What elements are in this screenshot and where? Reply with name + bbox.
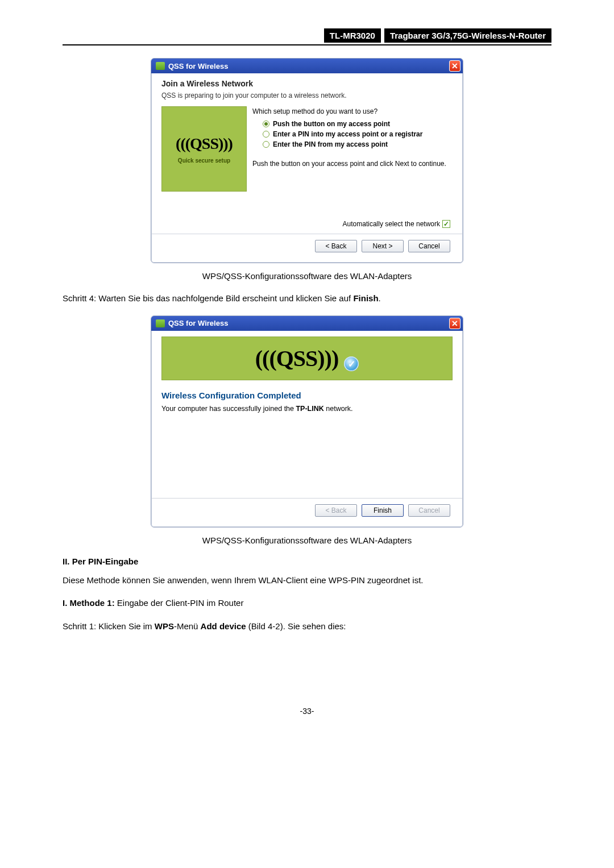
- figure-caption-2: WPS/QSS-Konfigurationssoftware des WLAN-…: [63, 535, 551, 545]
- section-2-heading: II. Per PIN-Eingabe: [63, 556, 551, 566]
- step-1-text: Schritt 1: Klicken Sie im WPS-Menü Add d…: [63, 620, 551, 633]
- app-icon: [156, 319, 165, 327]
- setup-hint: Push the button on your access point and…: [252, 160, 453, 168]
- finish-button[interactable]: Finish: [362, 504, 404, 517]
- radio-selected-icon: [263, 121, 269, 127]
- dialog-title: QSS for Wireless: [168, 62, 228, 70]
- method-1-line: I. Methode 1: Eingabe der Client-PIN im …: [63, 597, 551, 610]
- qss-dialog-2: QSS for Wireless ✕ (((QSS))) ✓ Wireless …: [151, 315, 463, 528]
- figure-caption-1: WPS/QSS-Konfigurationssoftware des WLAN-…: [63, 271, 551, 281]
- cancel-button: Cancel: [408, 504, 450, 517]
- option-enter-pin-from-ap[interactable]: Enter the PIN from my access point: [263, 140, 453, 148]
- app-icon: [156, 62, 165, 70]
- radio-empty-icon: [263, 131, 269, 138]
- step-4-text: Schritt 4: Warten Sie bis das nachfolgen…: [63, 292, 551, 305]
- pin-paragraph: Diese Methode können Sie anwenden, wenn …: [63, 574, 551, 587]
- model-box: TL-MR3020: [324, 28, 381, 43]
- close-icon[interactable]: ✕: [449, 318, 460, 329]
- dialog-heading: Join a Wireless Network: [161, 79, 453, 88]
- qss-logo: (((QSS))): [176, 135, 233, 153]
- close-icon[interactable]: ✕: [449, 60, 460, 72]
- back-button[interactable]: < Back: [315, 240, 357, 252]
- auto-select-row[interactable]: Automatically select the network ✓: [161, 220, 450, 228]
- option-push-button[interactable]: Push the button on my access point: [263, 120, 453, 128]
- radio-empty-icon: [263, 141, 269, 148]
- back-button: < Back: [315, 504, 357, 517]
- qss-brand-panel: (((QSS))) Quick secure setup: [161, 106, 247, 192]
- divider: [151, 498, 463, 499]
- success-heading: Wireless Configuration Completed: [161, 391, 453, 400]
- qss-logo: (((QSS))): [255, 345, 339, 372]
- doc-header: TL-MR3020 Tragbarer 3G/3,75G-Wireless-N-…: [63, 28, 551, 43]
- qss-logo-caption: Quick secure setup: [178, 157, 230, 164]
- name-box: Tragbarer 3G/3,75G-Wireless-N-Router: [384, 28, 551, 43]
- dialog-title: QSS for Wireless: [168, 319, 228, 327]
- cancel-button[interactable]: Cancel: [408, 240, 450, 252]
- dialog-titlebar: QSS for Wireless ✕: [151, 316, 463, 331]
- dialog-subheading: QSS is preparing to join your computer t…: [161, 92, 453, 99]
- auto-select-label: Automatically select the network: [343, 220, 440, 228]
- dialog-titlebar: QSS for Wireless ✕: [151, 59, 463, 73]
- header-rule: [63, 44, 551, 45]
- next-button[interactable]: Next >: [362, 240, 404, 252]
- success-banner: (((QSS))) ✓: [161, 337, 453, 380]
- setup-question: Which setup method do you want to use?: [252, 107, 453, 115]
- qss-dialog-1: QSS for Wireless ✕ Join a Wireless Netwo…: [151, 58, 463, 263]
- option-enter-pin-ap[interactable]: Enter a PIN into my access point or a re…: [263, 130, 453, 138]
- checkmark-badge-icon: ✓: [344, 356, 359, 371]
- success-text: Your computer has successfully joined th…: [161, 405, 453, 413]
- checkbox-checked-icon[interactable]: ✓: [442, 220, 450, 228]
- divider: [151, 234, 463, 234]
- page-number: -33-: [63, 707, 551, 716]
